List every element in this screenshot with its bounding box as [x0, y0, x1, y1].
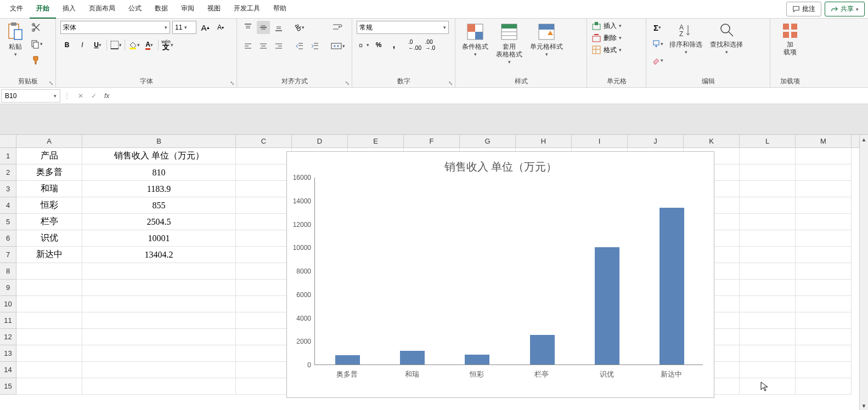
cell-B6[interactable]: 10001	[82, 230, 236, 247]
cell-B10[interactable]	[82, 296, 236, 312]
cell-C3[interactable]	[236, 181, 292, 197]
row-header-5[interactable]: 5	[0, 214, 16, 230]
row-header-15[interactable]: 15	[0, 378, 16, 395]
border-button[interactable]: ▾	[109, 38, 122, 52]
col-header-D[interactable]: D	[292, 135, 348, 147]
cell-C14[interactable]	[236, 362, 292, 378]
cell-C5[interactable]	[236, 214, 292, 230]
vertical-scrollbar[interactable]: ▲ ▼	[859, 135, 868, 410]
cell-L1[interactable]	[740, 148, 796, 164]
cell-L8[interactable]	[740, 263, 796, 280]
cell-B15[interactable]	[82, 378, 236, 395]
row-header-8[interactable]: 8	[0, 263, 16, 280]
cell-M14[interactable]	[796, 362, 852, 378]
col-header-M[interactable]: M	[796, 135, 852, 147]
select-all-corner[interactable]	[0, 135, 16, 148]
row-header-6[interactable]: 6	[0, 230, 16, 247]
sort-filter-button[interactable]: AZ 排序和筛选▾	[667, 21, 704, 56]
menu-item-2[interactable]: 插入	[56, 0, 82, 19]
cell-C7[interactable]	[236, 247, 292, 263]
row-header-3[interactable]: 3	[0, 181, 16, 197]
cell-C2[interactable]	[236, 164, 292, 181]
cell-L6[interactable]	[740, 230, 796, 247]
cell-B4[interactable]: 855	[82, 197, 236, 214]
cell-C10[interactable]	[236, 296, 292, 312]
cell-M13[interactable]	[796, 345, 852, 362]
cell-A4[interactable]: 恒彩	[16, 197, 82, 214]
col-header-G[interactable]: G	[460, 135, 516, 147]
cell-B12[interactable]	[82, 329, 236, 345]
chart-bar-2[interactable]	[465, 355, 489, 365]
orientation-button[interactable]: ab▾	[293, 21, 306, 34]
dialog-launcher-icon[interactable]: ⤡	[448, 80, 453, 86]
cell-C12[interactable]	[236, 329, 292, 345]
chart-bar-0[interactable]	[335, 355, 360, 365]
cell-C13[interactable]	[236, 345, 292, 362]
cell-L5[interactable]	[740, 214, 796, 230]
cell-B11[interactable]	[82, 312, 236, 329]
cell-B5[interactable]: 2504.5	[82, 214, 236, 230]
decrease-indent-button[interactable]	[293, 39, 306, 53]
autosum-button[interactable]: Σ▾	[651, 21, 664, 34]
cancel-formula-button[interactable]: ✕	[78, 92, 83, 100]
cell-A10[interactable]	[16, 296, 82, 312]
cell-B2[interactable]: 810	[82, 164, 236, 181]
wrap-text-button[interactable]	[328, 21, 347, 34]
embedded-chart[interactable]: 销售收入 单位（万元） 0200040006000800010000120001…	[286, 151, 714, 398]
cell-M9[interactable]	[796, 280, 852, 296]
col-header-C[interactable]: C	[236, 135, 292, 147]
cell-C6[interactable]	[236, 230, 292, 247]
table-format-button[interactable]: 套用 表格格式▾	[494, 21, 525, 66]
align-right-button[interactable]	[272, 39, 285, 53]
find-select-button[interactable]: 查找和选择▾	[708, 21, 745, 56]
font-size-select[interactable]: 11▾	[172, 21, 196, 34]
col-header-B[interactable]: B	[82, 135, 236, 147]
delete-cells-button[interactable]: 删除▾	[591, 33, 641, 43]
font-color-button[interactable]: A▾	[143, 38, 156, 52]
cell-B7[interactable]: 13404.2	[82, 247, 236, 263]
row-header-12[interactable]: 12	[0, 329, 16, 345]
align-left-button[interactable]	[241, 39, 255, 53]
increase-decimal-button[interactable]: .0←.00	[408, 38, 421, 52]
cell-L7[interactable]	[740, 247, 796, 263]
merge-button[interactable]: ▾	[328, 39, 347, 53]
percent-button[interactable]: %	[372, 38, 385, 52]
cell-M1[interactable]	[796, 148, 852, 164]
cell-C11[interactable]	[236, 312, 292, 329]
col-header-A[interactable]: A	[16, 135, 82, 147]
cell-L11[interactable]	[740, 312, 796, 329]
cell-A3[interactable]: 和瑞	[16, 181, 82, 197]
cell-A1[interactable]: 产品	[16, 148, 82, 164]
row-header-2[interactable]: 2	[0, 164, 16, 181]
col-header-L[interactable]: L	[740, 135, 796, 147]
phonetic-button[interactable]: wén文▾	[161, 38, 174, 52]
format-painter-button[interactable]	[30, 54, 43, 67]
cell-M3[interactable]	[796, 181, 852, 197]
cell-B9[interactable]	[82, 280, 236, 296]
menu-item-8[interactable]: 开发工具	[227, 0, 267, 19]
cell-A15[interactable]	[16, 378, 82, 395]
cell-L10[interactable]	[740, 296, 796, 312]
cell-L15[interactable]	[740, 378, 796, 395]
currency-button[interactable]: ¤▾	[357, 38, 370, 52]
cell-L9[interactable]	[740, 280, 796, 296]
cell-M8[interactable]	[796, 263, 852, 280]
cell-M5[interactable]	[796, 214, 852, 230]
align-middle-button[interactable]	[257, 21, 270, 34]
cell-A6[interactable]: 识优	[16, 230, 82, 247]
name-box[interactable]: B10 ▾	[1, 89, 60, 102]
col-header-J[interactable]: J	[628, 135, 684, 147]
cell-A13[interactable]	[16, 345, 82, 362]
formula-input[interactable]	[115, 89, 868, 102]
cell-L12[interactable]	[740, 329, 796, 345]
dialog-launcher-icon[interactable]: ⤡	[345, 80, 350, 86]
share-button[interactable]: 共享 ▾	[825, 2, 865, 16]
cell-L3[interactable]	[740, 181, 796, 197]
copy-button[interactable]: ▾	[30, 37, 43, 50]
cell-A14[interactable]	[16, 362, 82, 378]
fill-button[interactable]: ▾	[651, 37, 664, 50]
cell-M2[interactable]	[796, 164, 852, 181]
underline-button[interactable]: U▾	[91, 38, 104, 52]
row-header-11[interactable]: 11	[0, 312, 16, 329]
row-header-14[interactable]: 14	[0, 362, 16, 378]
